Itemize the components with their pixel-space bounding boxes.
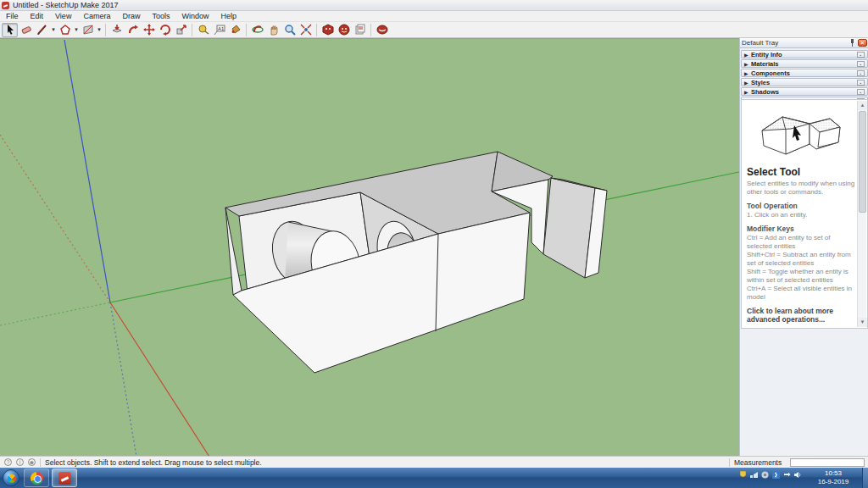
extension-warehouse-button[interactable] [374, 23, 390, 37]
tool-operation-step: 1. Click on an entity. [747, 211, 855, 219]
menu-camera[interactable]: Camera [77, 11, 116, 22]
action-center-flag-icon[interactable] [739, 471, 747, 479]
title-bar[interactable]: Untitled - SketchUp Make 2017 [0, 0, 868, 11]
tape-measure-icon [198, 24, 209, 36]
follow-me-tool-button[interactable] [125, 23, 141, 37]
scale-icon [175, 24, 187, 36]
rotated-rectangle-icon [82, 24, 94, 36]
follow-me-icon [127, 24, 139, 36]
eraser-tool-button[interactable] [18, 23, 34, 37]
sync-icon[interactable] [783, 471, 791, 479]
section-close-button[interactable]: ▪ [857, 61, 865, 67]
window-title: Untitled - SketchUp Make 2017 [13, 0, 119, 11]
rotated-rectangle-tool-button[interactable] [80, 23, 96, 37]
tray-section-materials[interactable]: ▶ Materials ▪ [741, 59, 868, 68]
shapes-tool-button[interactable] [57, 23, 73, 37]
warehouse-icon [338, 24, 350, 36]
shapes-tool-dropdown[interactable]: ▾ [73, 26, 80, 33]
taskbar-clock[interactable]: 10:53 16-9-2019 [807, 469, 860, 486]
sketchup-window: Untitled - SketchUp Make 2017 File Edit … [0, 0, 868, 488]
section-close-button[interactable]: ▪ [857, 52, 865, 58]
menu-tools[interactable]: Tools [146, 11, 175, 22]
menu-view[interactable]: View [49, 11, 77, 22]
volume-icon[interactable] [794, 471, 802, 479]
menu-bar: File Edit View Camera Draw Tools Window … [0, 11, 868, 22]
zoom-extents-tool-button[interactable] [298, 23, 314, 37]
network-icon[interactable] [750, 471, 758, 479]
pencil-icon [36, 24, 48, 36]
zoom-tool-button[interactable] [281, 23, 298, 37]
move-icon [143, 24, 155, 36]
chevron-right-icon: ▶ [744, 80, 751, 86]
section-label: Materials [751, 60, 857, 68]
pan-hand-icon [268, 24, 280, 36]
section-close-button[interactable]: ▪ [857, 89, 865, 95]
orbit-icon [252, 24, 264, 36]
instructor-panel: Select Tool Select entities to modify wh… [741, 99, 868, 329]
section-close-button[interactable]: ▪ [857, 80, 865, 86]
credits-icon[interactable]: i [16, 458, 24, 466]
update-icon[interactable] [761, 471, 769, 479]
default-tray-header[interactable]: Default Tray ✕ [740, 38, 868, 48]
text-tool-button[interactable]: A1 [211, 23, 227, 37]
sign-in-icon[interactable]: ☻ [28, 458, 36, 466]
model-info-button[interactable] [320, 23, 336, 37]
pan-tool-button[interactable] [265, 23, 281, 37]
close-tray-button[interactable]: ✕ [858, 39, 867, 47]
sketchup-taskbar-button[interactable] [52, 469, 77, 487]
tool-operation-heading: Tool Operation [747, 202, 855, 210]
warehouse-button[interactable] [336, 23, 352, 37]
tray-section-styles[interactable]: ▶ Styles ▪ [741, 78, 868, 86]
text-icon: A1 [214, 24, 225, 36]
paint-bucket-tool-button[interactable] [227, 23, 243, 37]
orbit-tool-button[interactable] [249, 23, 265, 37]
scroll-down-icon[interactable]: ▼ [858, 318, 867, 327]
menu-draw[interactable]: Draw [116, 11, 146, 22]
instructor-scrollbar[interactable]: ▲ ▼ [857, 101, 866, 327]
tray-section-components[interactable]: ▶ Components ▪ [741, 69, 868, 77]
select-tool-button[interactable] [2, 23, 18, 37]
start-button[interactable] [3, 469, 19, 486]
toolbar-separator [192, 24, 192, 36]
move-tool-button[interactable] [141, 23, 157, 37]
chevron-right-icon: ▶ [744, 52, 751, 58]
component-options-button[interactable] [352, 23, 368, 37]
menu-edit[interactable]: Edit [25, 11, 50, 22]
measurements-input[interactable] [790, 458, 865, 467]
menu-file[interactable]: File [0, 11, 25, 22]
chevron-right-icon: ▶ [744, 70, 751, 76]
tool-bar: ▾ ▾ ▾ A1 [0, 22, 868, 38]
modifier-line: Ctrl = Add an entity to set of selected … [747, 234, 855, 251]
status-hint: Select objects. Shift to extend select. … [45, 458, 262, 467]
instructor-title: Select Tool [747, 166, 855, 178]
tape-measure-tool-button[interactable] [195, 23, 211, 37]
push-pull-tool-button[interactable] [108, 23, 125, 37]
model-canvas [0, 39, 739, 457]
chrome-taskbar-button[interactable] [24, 469, 49, 487]
windows-taskbar: 10:53 16-9-2019 [0, 468, 868, 488]
rotate-tool-button[interactable] [157, 23, 173, 37]
sketchup-icon [58, 472, 71, 485]
tray-section-shadows[interactable]: ▶ Shadows ▪ [741, 87, 868, 96]
model-solid[interactable] [225, 152, 607, 373]
geolocation-icon[interactable]: ? [4, 458, 12, 466]
section-close-button[interactable]: ▪ [857, 70, 865, 76]
scroll-up-icon[interactable]: ▲ [858, 101, 867, 110]
section-label: Entity Info [751, 51, 857, 58]
menu-window[interactable]: Window [175, 11, 214, 22]
clock-date: 16-9-2019 [807, 478, 860, 486]
rotated-rectangle-dropdown[interactable]: ▾ [96, 26, 103, 33]
scale-tool-button[interactable] [173, 23, 189, 37]
scrollbar-thumb[interactable] [859, 111, 866, 213]
pin-icon[interactable] [849, 39, 855, 47]
tray-section-entity-info[interactable]: ▶ Entity Info ▪ [741, 50, 868, 58]
show-desktop-button[interactable] [862, 468, 868, 488]
menu-help[interactable]: Help [214, 11, 242, 22]
modeling-viewport[interactable] [0, 38, 739, 456]
line-tool-button[interactable] [34, 23, 50, 37]
advanced-operations-link[interactable]: Click to learn about more advanced opera… [747, 307, 855, 324]
line-tool-dropdown[interactable]: ▾ [50, 26, 57, 33]
bluetooth-icon[interactable] [772, 471, 780, 479]
windows-logo-icon [6, 473, 18, 485]
paint-bucket-icon [230, 24, 242, 36]
